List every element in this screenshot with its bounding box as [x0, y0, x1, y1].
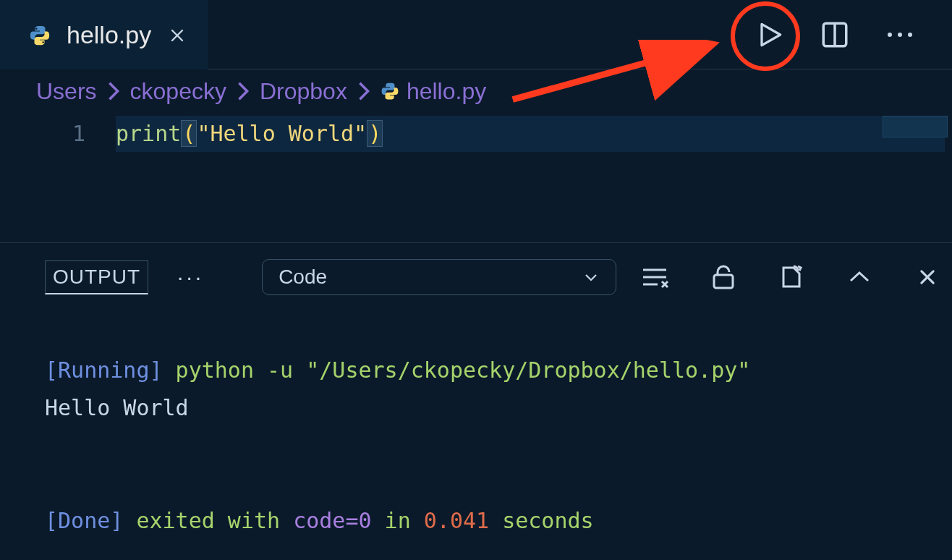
- output-running-cmd: python -u "/Users/ckopecky/Dropbox/hello…: [163, 357, 751, 383]
- code-editor[interactable]: 1 print("Hello World"): [0, 113, 952, 243]
- chevron-right-icon: [237, 81, 250, 101]
- breadcrumb-segment[interactable]: Users: [36, 78, 97, 105]
- svg-point-5: [898, 33, 902, 37]
- token-function: print: [116, 121, 181, 146]
- clear-output-button[interactable]: [638, 260, 673, 294]
- code-area[interactable]: print("Hello World"): [116, 113, 952, 242]
- output-done-label: [Done]: [45, 508, 123, 533]
- close-panel-button[interactable]: [910, 260, 945, 294]
- output-channel-value: Code: [279, 266, 327, 289]
- panel-tab-output[interactable]: OUTPUT: [45, 260, 148, 294]
- chevron-right-icon: [357, 81, 370, 101]
- chevron-down-icon: [582, 268, 600, 286]
- svg-point-4: [888, 33, 892, 37]
- svg-point-1: [42, 41, 43, 43]
- open-log-button[interactable]: [774, 260, 809, 294]
- svg-point-6: [908, 33, 912, 37]
- breadcrumb-file[interactable]: hello.py: [381, 78, 486, 105]
- breadcrumb-file-name: hello.py: [407, 78, 486, 105]
- run-button[interactable]: [752, 17, 787, 52]
- svg-point-0: [35, 27, 37, 29]
- editor-tab-hello-py[interactable]: hello.py: [0, 0, 208, 69]
- tab-bar: hello.py: [0, 0, 952, 69]
- breadcrumb: Users ckopecky Dropbox hello.py: [0, 69, 952, 113]
- python-icon: [29, 25, 51, 46]
- close-tab-button[interactable]: [167, 25, 187, 46]
- lock-scroll-button[interactable]: [706, 260, 741, 294]
- token-close-paren: ): [367, 120, 383, 147]
- token-string: "Hello World": [197, 121, 367, 146]
- breadcrumb-segment[interactable]: Dropbox: [260, 78, 347, 105]
- collapse-panel-button[interactable]: [842, 260, 877, 294]
- output-running-label: [Running]: [45, 357, 163, 383]
- code-line: print("Hello World"): [116, 116, 952, 152]
- split-editor-button[interactable]: [817, 17, 852, 52]
- panel-header: OUTPUT ··· Code: [0, 243, 952, 302]
- panel-action-icons: [638, 260, 945, 294]
- output-done-in: in: [372, 508, 424, 533]
- more-actions-button[interactable]: [883, 17, 917, 52]
- output-body[interactable]: [Running] python -u "/Users/ckopecky/Dro…: [0, 302, 952, 540]
- output-done-code: code=0: [293, 508, 371, 533]
- tab-actions: [752, 0, 952, 69]
- line-gutter: 1: [0, 113, 116, 242]
- breadcrumb-segment[interactable]: ckopecky: [130, 78, 226, 105]
- python-icon: [381, 82, 399, 101]
- output-done-suffix: seconds: [489, 508, 594, 533]
- token-open-paren: (: [181, 120, 197, 147]
- output-done-prefix: exited with: [123, 508, 293, 533]
- tab-filename: hello.py: [67, 21, 151, 49]
- output-stdout: Hello World: [45, 395, 189, 420]
- panel-more-tabs-button[interactable]: ···: [170, 265, 211, 289]
- svg-rect-11: [714, 275, 733, 288]
- chevron-right-icon: [107, 81, 120, 101]
- line-number: 1: [0, 116, 85, 152]
- output-channel-select[interactable]: Code: [262, 259, 616, 295]
- output-done-time: 0.041: [424, 508, 489, 533]
